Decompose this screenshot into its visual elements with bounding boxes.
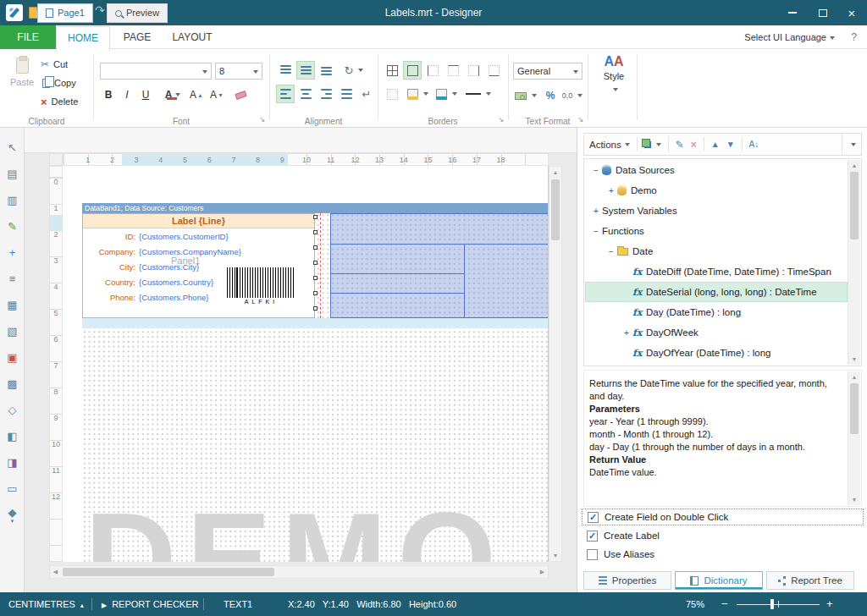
currency-format-button[interactable] (513, 86, 538, 105)
actions-button[interactable]: Actions (589, 140, 630, 150)
subreport-component-icon[interactable]: ▭ (3, 479, 22, 498)
align-middle-button[interactable] (296, 61, 315, 80)
selection-handle[interactable] (313, 276, 318, 280)
font-name-combobox[interactable] (100, 63, 212, 80)
report-page[interactable]: DEMO DataBand1; Data Source: Customers L… (63, 166, 549, 562)
selection-handle[interactable] (313, 245, 318, 250)
tree-scrollbar[interactable]: ▲ ▼ (848, 160, 860, 365)
scroll-up-icon[interactable]: ▲ (549, 167, 561, 178)
edit-item-button[interactable]: ✎ (676, 139, 684, 151)
field-expression[interactable]: {Customers.Phone} (139, 293, 208, 302)
tree-expander-icon[interactable]: + (605, 186, 617, 195)
label-band-header[interactable]: Label {Line} (83, 214, 314, 228)
font-dialog-launcher[interactable]: ↘ (259, 115, 266, 124)
tree-item[interactable]: fxDateDiff (DateTime, DateTime) : TimeSp… (585, 261, 848, 282)
units-button[interactable]: CENTIMETRES▴ (8, 592, 84, 616)
redo-icon[interactable]: ↷ (95, 3, 105, 17)
checkbox[interactable] (587, 549, 598, 560)
add-component-icon[interactable]: + (3, 243, 22, 262)
left-border-button[interactable] (423, 61, 442, 80)
tree-item[interactable]: fxDay (DateTime) : long (585, 302, 848, 322)
grow-font-button[interactable]: A▲ (188, 86, 205, 103)
tree-item[interactable]: +fxDayOfWeek (585, 322, 848, 343)
clear-format-button[interactable] (232, 86, 249, 103)
style-button[interactable]: AA Style (594, 54, 633, 118)
shape-component-icon[interactable]: ▩ (3, 374, 22, 393)
tree-item[interactable]: −Date (585, 241, 848, 261)
tree-expander-icon[interactable]: + (621, 328, 632, 338)
selection-handle[interactable] (313, 230, 318, 234)
bold-button[interactable]: B (100, 86, 117, 103)
tree-item[interactable]: −Data Sources (585, 160, 848, 180)
font-color-button[interactable]: A (161, 86, 185, 103)
selected-panel-region[interactable] (330, 213, 549, 318)
tab-preview[interactable]: Preview (107, 3, 168, 23)
italic-button[interactable]: I (119, 86, 135, 103)
align-center-button[interactable] (296, 85, 315, 103)
zoom-thumb[interactable] (770, 599, 774, 609)
text-format-dialog-launcher[interactable]: ↘ (577, 115, 584, 124)
field-label[interactable]: ID: (83, 232, 135, 241)
borders-dialog-launcher[interactable]: ↘ (498, 115, 505, 124)
tree-expander-icon[interactable]: − (590, 166, 602, 175)
edit-page-icon[interactable]: ✎ (3, 217, 22, 236)
border-color-button[interactable] (434, 85, 459, 103)
top-border-button[interactable] (444, 61, 462, 80)
selection-handle[interactable] (313, 291, 318, 295)
tree-item[interactable]: +Demo (585, 180, 848, 201)
zoom-slider[interactable] (737, 592, 820, 616)
text-component-icon[interactable]: ≡ (3, 269, 22, 289)
table-component-icon[interactable]: ▦ (3, 295, 22, 315)
scroll-down-icon[interactable]: ▼ (848, 354, 860, 365)
tree-item[interactable]: −Functions (585, 221, 848, 241)
scrollbar-thumb[interactable] (850, 172, 859, 239)
bands-icon[interactable]: ▤ (3, 164, 22, 184)
toolbar-overflow-button[interactable] (842, 134, 856, 155)
field-expression[interactable]: {Customers.Country} (139, 278, 213, 287)
field-label[interactable]: Company: (83, 247, 135, 256)
align-justify-button[interactable] (337, 85, 356, 103)
tab-layout[interactable]: LAYOUT (163, 25, 222, 49)
field-label[interactable]: Country: (83, 278, 135, 287)
horizontal-scrollbar[interactable]: ◀ ▶ (49, 565, 549, 579)
scroll-left-icon[interactable]: ◀ (50, 566, 61, 578)
number-format-button[interactable]: 0,0 (561, 86, 584, 105)
align-right-button[interactable] (317, 85, 335, 103)
zoom-out-button[interactable]: − (721, 592, 728, 616)
select-tool-icon[interactable]: ↖ (3, 138, 22, 157)
scroll-down-icon[interactable]: ▼ (848, 494, 860, 505)
underline-button[interactable]: U (137, 86, 154, 103)
databand-header[interactable]: DataBand1; Data Source: Customers (82, 203, 549, 213)
selection-handle[interactable] (313, 215, 318, 219)
tab-home[interactable]: HOME (56, 26, 110, 51)
cut-button[interactable]: ✂Cut (41, 56, 68, 73)
tab-properties[interactable]: Properties (583, 571, 671, 590)
zoom-in-button[interactable]: + (826, 592, 833, 616)
scroll-up-icon[interactable]: ▲ (848, 160, 860, 171)
report-checker-button[interactable]: ▶REPORT CHECKER (102, 592, 198, 616)
scroll-down-icon[interactable]: ▼ (549, 550, 561, 561)
tree-item[interactable]: fxDayOfYear (DateTime) : long (585, 343, 848, 363)
scrollbar-thumb[interactable] (850, 383, 859, 434)
scroll-up-icon[interactable]: ▲ (848, 371, 860, 382)
minimize-button[interactable] (779, 0, 806, 25)
selection-handle[interactable] (313, 306, 318, 311)
barcode-component[interactable]: ALFKI (224, 267, 298, 306)
move-up-button[interactable]: ▲ (711, 140, 720, 149)
copy-button[interactable]: Copy (41, 74, 76, 91)
align-left-button[interactable] (276, 85, 295, 103)
scrollbar-thumb[interactable] (551, 179, 560, 240)
checkbox[interactable]: ✓ (588, 512, 599, 523)
outside-borders-button[interactable] (403, 61, 422, 80)
more-components-icon[interactable]: ◆▾ (3, 505, 22, 525)
delete-item-button[interactable]: × (691, 139, 697, 151)
ui-language-dropdown[interactable]: Select UI Language (744, 25, 835, 49)
tree-item[interactable]: +System Variables (585, 201, 848, 221)
font-size-combobox[interactable]: 8 (215, 63, 262, 80)
chart-component-icon[interactable]: ◇ (3, 400, 22, 420)
scroll-right-icon[interactable]: ▶ (537, 566, 548, 578)
bottom-border-button[interactable] (484, 61, 503, 80)
field-label[interactable]: Phone: (83, 293, 135, 302)
percent-format-button[interactable]: % (542, 86, 559, 105)
selection-handle[interactable] (313, 261, 318, 265)
